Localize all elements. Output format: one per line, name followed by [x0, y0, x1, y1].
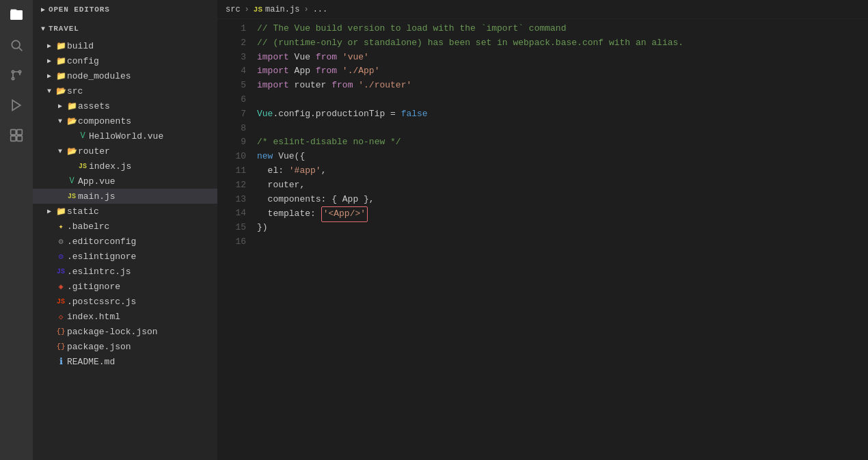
index-js-label: index.js [89, 161, 217, 172]
build-label: build [67, 41, 217, 51]
code-line-1: // The Vue build version to load with th… [257, 22, 868, 36]
code-line-15: }) [257, 221, 868, 235]
tree-item-package-json[interactable]: {} package.json [33, 339, 217, 354]
main-js-label: main.js [78, 191, 217, 202]
code-line-14: template: '<App/>' [257, 206, 868, 221]
code-line-4: import App from './App' [257, 64, 868, 79]
config-label: config [67, 56, 217, 66]
editorconfig-icon: ⚙ [55, 236, 67, 247]
code-line-2: // (runtime-only or standalone) has been… [257, 36, 868, 51]
tree-item-readme[interactable]: ℹ README.md [33, 354, 217, 369]
eslintignore-label: .eslintignore [67, 252, 217, 262]
debug-icon[interactable] [7, 96, 26, 115]
tree-item-package-lock[interactable]: {} package-lock.json [33, 324, 217, 339]
config-chevron: ▶ [44, 57, 55, 65]
static-folder-icon: 📁 [55, 206, 67, 217]
tree-item-eslintignore[interactable]: ⚙ .eslintignore [33, 249, 217, 264]
extensions-icon[interactable] [7, 126, 26, 145]
package-lock-label: package-lock.json [67, 327, 217, 337]
tree-item-index-html[interactable]: ◇ index.html [33, 309, 217, 324]
static-chevron: ▶ [44, 207, 55, 215]
tree-item-app-vue[interactable]: V App.vue [33, 174, 217, 189]
tree-item-components[interactable]: ▼ 📂 components [33, 113, 217, 128]
svg-rect-1 [11, 10, 17, 12]
svg-line-3 [19, 48, 23, 51]
tree-item-main-js[interactable]: JS main.js [33, 189, 217, 204]
svg-rect-8 [11, 130, 16, 135]
router-label: router [78, 146, 217, 157]
tree-item-assets[interactable]: ▶ 📁 assets [33, 98, 217, 113]
assets-chevron: ▶ [55, 102, 66, 110]
code-content[interactable]: // The Vue build version to load with th… [252, 19, 868, 460]
breadcrumb-src: src [226, 5, 241, 14]
babelrc-icon: ✦ [55, 221, 67, 232]
build-folder-icon: 📁 [55, 41, 67, 51]
editor-area: src › JS main.js › ... 1 2 3 4 5 6 7 8 9… [217, 0, 868, 460]
breadcrumb: src › JS main.js › ... [217, 0, 868, 19]
code-line-16 [257, 235, 868, 249]
tree-item-node-modules[interactable]: ▶ 📁 node_modules [33, 68, 217, 83]
svg-rect-10 [11, 136, 16, 141]
postcssrc-label: .postcssrc.js [67, 297, 217, 307]
tree-item-eslintrc[interactable]: JS .eslintrc.js [33, 264, 217, 279]
breadcrumb-icon-js: JS [254, 5, 262, 14]
config-folder-icon: 📁 [55, 56, 67, 66]
tree-item-index-js[interactable]: JS index.js [33, 159, 217, 174]
components-chevron: ▼ [55, 118, 66, 125]
package-lock-icon: {} [55, 327, 67, 336]
files-icon[interactable] [7, 5, 26, 25]
tree-item-static[interactable]: ▶ 📁 static [33, 204, 217, 219]
tree-item-build[interactable]: ▶ 📁 build [33, 38, 217, 53]
tree-item-helloworld[interactable]: V HelloWorld.vue [33, 128, 217, 144]
travel-header[interactable]: ▼ TRAVEL [33, 19, 217, 38]
open-editors-header[interactable]: ▶ OPEN EDITORS [33, 0, 217, 19]
postcssrc-icon: JS [55, 298, 67, 306]
svg-point-4 [12, 70, 14, 72]
router-folder-icon: 📂 [66, 146, 78, 157]
assets-folder-icon: 📁 [66, 101, 78, 111]
package-json-icon: {} [55, 342, 67, 351]
sidebar: ▶ OPEN EDITORS ▼ TRAVEL ▶ 📁 build ▶ 📁 co… [33, 0, 217, 460]
tree-item-gitignore[interactable]: ◈ .gitignore [33, 279, 217, 294]
babelrc-label: .babelrc [67, 221, 217, 232]
tree-item-config[interactable]: ▶ 📁 config [33, 53, 217, 68]
app-vue-label: App.vue [78, 176, 217, 187]
gitignore-label: .gitignore [67, 282, 217, 292]
code-line-11: el: '#app', [257, 164, 868, 178]
build-chevron: ▶ [44, 42, 55, 50]
breadcrumb-mainjs: main.js [265, 5, 299, 14]
eslintrc-icon: JS [55, 268, 67, 275]
code-line-6 [257, 93, 868, 107]
eslintignore-icon: ⚙ [55, 252, 67, 262]
code-container[interactable]: 1 2 3 4 5 6 7 8 9 10 11 12 13 14 15 16 /… [217, 19, 868, 460]
svg-point-2 [12, 40, 20, 49]
static-label: static [67, 206, 217, 217]
eslintrc-label: .eslintrc.js [67, 267, 217, 277]
components-label: components [78, 116, 217, 126]
src-label: src [67, 86, 217, 96]
index-html-label: index.html [67, 312, 217, 322]
tree-item-editorconfig[interactable]: ⚙ .editorconfig [33, 234, 217, 249]
readme-icon: ℹ [55, 356, 67, 367]
code-line-8 [257, 122, 868, 136]
svg-marker-7 [12, 100, 21, 111]
src-chevron: ▼ [44, 87, 55, 95]
router-chevron: ▼ [55, 148, 66, 155]
tree-item-babelrc[interactable]: ✦ .babelrc [33, 219, 217, 234]
tree-item-src[interactable]: ▼ 📂 src [33, 83, 217, 98]
code-line-10: new Vue({ [257, 150, 868, 164]
open-editors-label: OPEN EDITORS [49, 5, 110, 14]
svg-point-5 [12, 77, 14, 79]
code-line-3: import Vue from 'vue' [257, 51, 868, 65]
svg-rect-9 [17, 130, 23, 135]
helloworld-vue-icon: V [77, 131, 89, 141]
src-folder-icon: 📂 [55, 86, 67, 96]
source-control-icon[interactable] [7, 66, 26, 85]
tree-item-postcssrc[interactable]: JS .postcssrc.js [33, 294, 217, 309]
search-icon[interactable] [7, 36, 26, 55]
code-line-5: import router from './router' [257, 79, 868, 93]
tree-item-router[interactable]: ▼ 📂 router [33, 144, 217, 159]
node-modules-chevron: ▶ [44, 72, 55, 80]
index-js-icon: JS [77, 163, 89, 170]
main-js-icon: JS [66, 193, 78, 200]
